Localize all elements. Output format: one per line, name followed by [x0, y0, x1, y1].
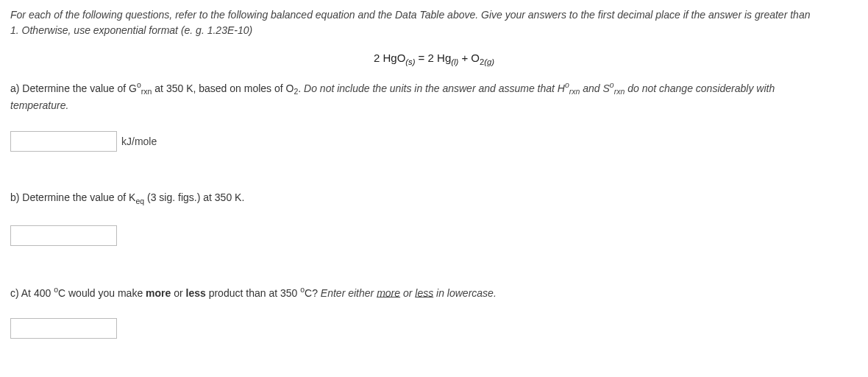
- qa-it2: do not change considerably with: [625, 82, 775, 94]
- qb-input-row: [10, 225, 858, 246]
- qa-sub1: rxn: [141, 87, 152, 96]
- eq-sp2: Hg: [437, 52, 451, 64]
- question-b-text: b) Determine the value of Keq (3 sig. fi…: [10, 190, 858, 208]
- qa-unit: kJ/mole: [121, 135, 157, 147]
- eq-state2: (l): [451, 57, 458, 66]
- qc-ul1: more: [377, 286, 400, 298]
- question-a-text: a) Determine the value of Gorxn at 350 K…: [10, 80, 858, 113]
- eq-coeff2: 2: [428, 52, 434, 64]
- qa-answer-input[interactable]: [10, 131, 117, 152]
- qc-prefix: c) At 400: [10, 286, 54, 298]
- eq-sp3: O: [471, 52, 480, 64]
- qc-bold2: less: [186, 286, 206, 298]
- qa-itsub4: rxn: [614, 87, 625, 96]
- qc-c1: C would you make: [58, 286, 146, 298]
- intro-line1: For each of the following questions, ref…: [10, 9, 810, 21]
- qc-italor: or: [400, 286, 415, 298]
- qb-prefix: b) Determine the value of K: [10, 191, 135, 203]
- intro-line2: 1. Otherwise, use exponential format (e.…: [10, 24, 252, 36]
- qa-itmid2: and S: [580, 82, 609, 94]
- qc-ul2: less: [415, 286, 433, 298]
- qc-input-row: [10, 318, 858, 339]
- qc-answer-input[interactable]: [10, 318, 117, 339]
- eq-equals: =: [419, 52, 425, 64]
- eq-sp1: HgO: [383, 52, 405, 64]
- balanced-equation: 2 HgO(s) = 2 Hg(l) + O2(g): [10, 52, 858, 66]
- qa-period1: .: [298, 82, 304, 94]
- qb-sub: eq: [135, 197, 144, 205]
- qa-input-row: kJ/mole: [10, 131, 858, 152]
- qa-mid1: at 350 K, based on moles of O: [152, 82, 294, 94]
- eq-state1: (s): [405, 57, 415, 66]
- qa-prefix: a) Determine the value of G: [10, 82, 137, 94]
- qc-c2: C?: [305, 286, 321, 298]
- qc-italend: in lowercase.: [433, 286, 497, 298]
- qc-bold1: more: [146, 286, 171, 298]
- qc-mid2: product than at 350: [206, 286, 300, 298]
- question-a: a) Determine the value of Gorxn at 350 K…: [10, 80, 858, 152]
- question-c-text: c) At 400 oC would you make more or less…: [10, 284, 858, 301]
- eq-plus: +: [461, 52, 468, 64]
- qc-mid: or: [171, 286, 185, 298]
- eq-coeff1: 2: [374, 52, 380, 64]
- question-b: b) Determine the value of Keq (3 sig. fi…: [10, 190, 858, 246]
- qb-answer-input[interactable]: [10, 225, 117, 246]
- instructions-text: For each of the following questions, ref…: [10, 7, 858, 38]
- qa-it1: Do not include the units in the answer a…: [304, 82, 565, 94]
- qa-itsub3: rxn: [569, 87, 580, 96]
- qa-itline2: temperature.: [10, 99, 68, 111]
- qc-ital1: Enter either: [321, 286, 377, 298]
- qb-suffix: (3 sig. figs.) at 350 K.: [144, 191, 244, 203]
- eq-state3: (g): [484, 57, 494, 66]
- question-c: c) At 400 oC would you make more or less…: [10, 284, 858, 339]
